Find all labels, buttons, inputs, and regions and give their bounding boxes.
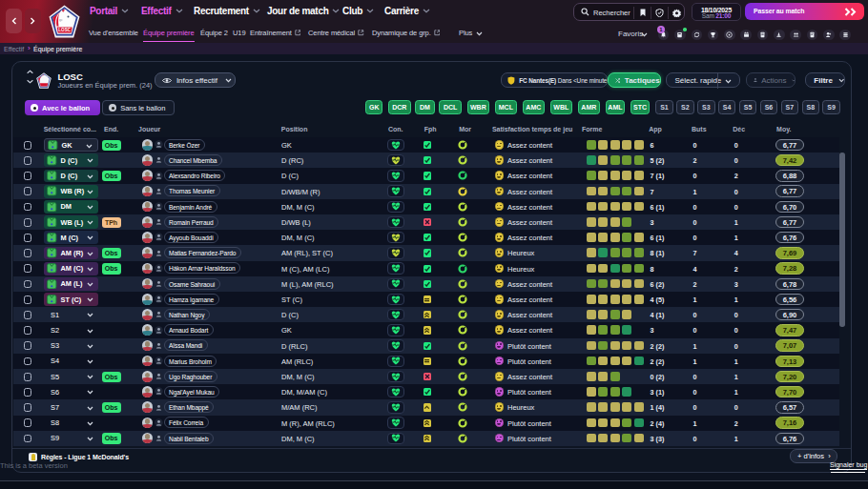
svg-text:LOSC: LOSC bbox=[58, 28, 71, 32]
